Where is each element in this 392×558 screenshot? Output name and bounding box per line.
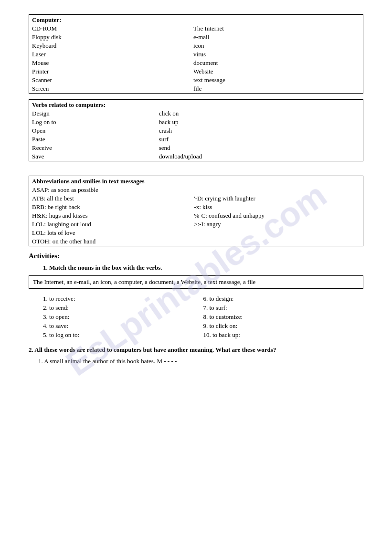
- computer-left-2: Floppy disk: [29, 33, 191, 42]
- computer-left-8: Screen: [29, 84, 191, 94]
- list-item-8: 8. to customize:: [203, 313, 364, 321]
- list-item-9: 9. to click on:: [203, 322, 364, 330]
- abbr-left-6: LOL: lots of love: [29, 229, 191, 237]
- verbs-left-2: Log on to: [29, 118, 156, 126]
- verbs-left-5: Receive: [29, 144, 156, 152]
- list-item-2: 2. to send:: [43, 304, 203, 312]
- computer-right-5: document: [191, 59, 363, 67]
- list-item-5: 5. to log on to:: [43, 331, 203, 339]
- activities-heading: Activities:: [29, 252, 363, 260]
- abbr-left-4: H&K: hugs and kisses: [29, 211, 191, 220]
- verbs-left-6: Save: [29, 152, 156, 161]
- verbs-right-6: download/upload: [156, 152, 363, 161]
- list-item-7: 7. to surf:: [203, 304, 364, 312]
- computer-left-3: Keyboard: [29, 42, 191, 50]
- computer-left-5: Mouse: [29, 59, 191, 67]
- computer-right-7: text message: [191, 76, 363, 84]
- list-item-1: 1. to receive:: [43, 295, 203, 303]
- computer-left-4: Laser: [29, 50, 191, 59]
- computer-right-4: virus: [191, 50, 363, 59]
- verbs-right-5: send: [156, 144, 363, 152]
- list-item-3: 3. to open:: [43, 313, 203, 321]
- abbreviations-header: Abbreviations and smilies in text messag…: [29, 176, 363, 186]
- noun-box: The Internet, an e-mail, an icon, a comp…: [29, 275, 363, 289]
- abbr-left-1: ASAP: as soon as possible: [29, 186, 191, 194]
- verbs-left-1: Design: [29, 109, 156, 118]
- activity2-heading: 2. All these words are related to comput…: [29, 346, 363, 354]
- computer-right-3: icon: [191, 42, 363, 50]
- activity1-question: 1. Match the nouns in the box with the v…: [43, 264, 363, 272]
- computer-left-7: Scanner: [29, 76, 191, 84]
- abbr-right-5: >:-I: angry: [191, 220, 363, 229]
- abbr-right-1: [191, 186, 363, 194]
- activity2-item1: 1. A small animal the author of this boo…: [38, 358, 363, 365]
- verbs-table: Verbs related to computers: Design click…: [29, 99, 363, 161]
- list-item-10: 10. to back up:: [203, 331, 364, 339]
- computer-header: Computer:: [29, 15, 363, 25]
- verbs-header: Verbs related to computers:: [29, 100, 363, 110]
- numbered-list-grid: 1. to receive: 2. to send: 3. to open: 4…: [43, 294, 363, 340]
- abbr-right-7: [191, 237, 363, 246]
- abbr-left-2: ATB: all the best: [29, 194, 191, 203]
- abbreviations-table: Abbreviations and smilies in text messag…: [29, 176, 363, 246]
- verbs-right-3: crash: [156, 126, 363, 135]
- computer-right-6: Website: [191, 67, 363, 76]
- verbs-left-3: Open: [29, 126, 156, 135]
- left-list: 1. to receive: 2. to send: 3. to open: 4…: [43, 294, 203, 340]
- abbr-left-3: BRB: be right back: [29, 203, 191, 211]
- abbr-right-3: -x: kiss: [191, 203, 363, 211]
- abbr-right-6: [191, 229, 363, 237]
- abbr-right-2: '-D: crying with laughter: [191, 194, 363, 203]
- right-list: 6. to design: 7. to surf: 8. to customiz…: [203, 294, 364, 340]
- computer-right-2: e-mail: [191, 33, 363, 42]
- verbs-left-4: Paste: [29, 135, 156, 144]
- verbs-right-4: surf: [156, 135, 363, 144]
- computer-right-1: The Internet: [191, 24, 363, 33]
- abbr-left-5: LOL: laughing out loud: [29, 220, 191, 229]
- verbs-right-1: click on: [156, 109, 363, 118]
- list-item-6: 6. to design:: [203, 295, 364, 303]
- verbs-right-2: back up: [156, 118, 363, 126]
- computer-left-1: CD-ROM: [29, 24, 191, 33]
- abbr-right-4: %-C: confused and unhappy: [191, 211, 363, 220]
- computer-right-8: file: [191, 84, 363, 94]
- computer-table: Computer: CD-ROM The Internet Floppy dis…: [29, 14, 363, 94]
- list-item-4: 4. to save:: [43, 322, 203, 330]
- computer-left-6: Printer: [29, 67, 191, 76]
- abbr-left-7: OTOH: on the other hand: [29, 237, 191, 246]
